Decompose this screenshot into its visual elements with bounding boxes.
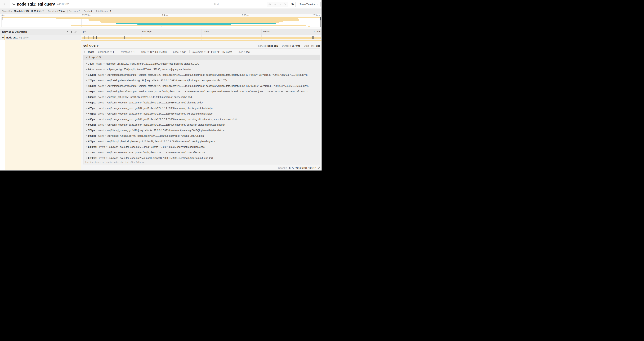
tag-equals: =	[244, 51, 245, 53]
log-row[interactable]: 502μs:event=‹sql/conn_executor_exec.go:6…	[84, 122, 320, 128]
minimap-tick-label: 2.79ms	[312, 14, 320, 17]
log-row[interactable]: 495μs:event=‹sql/conn_executor_exec.go:6…	[84, 116, 320, 122]
tag-equals: =	[131, 51, 132, 53]
span-log-marker[interactable]	[124, 36, 124, 39]
log-key: event	[99, 146, 105, 148]
stat-label: Total Spans	[96, 10, 108, 13]
keyboard-shortcuts-button[interactable]: ⌘	[290, 2, 296, 7]
span-log-marker[interactable]	[84, 36, 84, 39]
span-duration-bar[interactable]	[82, 37, 321, 39]
log-row[interactable]: 80μs:event=‹sql/plan_opt.go:358 [nsql1,c…	[84, 67, 320, 72]
log-row[interactable]: 678μs:event=‹sql/distsql_physical_planne…	[84, 139, 320, 144]
log-value: ‹sql/catalog/lease/descriptor_version_st…	[107, 85, 309, 87]
log-chevron-right-icon	[86, 102, 87, 104]
detail-highlight-area	[5, 40, 81, 170]
viewport-scrubber-left[interactable]	[2, 17, 2, 27]
logs-list: 34μs:event=‹sql/exec_util.go:2297 [nsql1…	[84, 60, 320, 161]
expand-all-icon[interactable]	[74, 31, 77, 33]
find-buttons-group	[267, 2, 288, 7]
log-key: event	[96, 68, 102, 71]
log-row[interactable]: 574μs:event=‹sql/distsql_running.go:1420…	[84, 128, 320, 133]
span-bar-cell[interactable]	[81, 35, 322, 40]
expand-one-icon[interactable]	[67, 31, 68, 33]
span-log-marker[interactable]	[140, 36, 140, 39]
log-row[interactable]: 189μs:event=‹sql/catalog/lease/descripto…	[84, 83, 320, 89]
log-key: event	[96, 62, 102, 65]
span-name-cell[interactable]: node sql1 sql query	[0, 35, 81, 40]
log-row[interactable]: 459μs:event=‹sql/conn_executor_exec.go:6…	[84, 100, 320, 105]
log-chevron-right-icon	[86, 107, 87, 109]
span-row[interactable]: node sql1 sql query	[0, 35, 322, 40]
meta-label: Start Time:	[304, 45, 315, 47]
find-next-button[interactable]	[278, 2, 283, 7]
log-row[interactable]: 201μs:event=‹sql/catalog/lease/descripto…	[84, 89, 320, 94]
log-timestamp: 2.69ms:	[88, 146, 97, 148]
deep-link-icon[interactable]	[317, 166, 320, 169]
window-edge	[322, 0, 322, 171]
trace-id: 7418682	[56, 3, 69, 6]
find-input[interactable]	[212, 2, 267, 7]
log-row[interactable]: 476μs:event=‹sql/conn_executor_exec.go:6…	[84, 105, 320, 111]
span-log-marker[interactable]	[122, 36, 122, 39]
span-operation-name: sql query	[20, 36, 28, 39]
minimap-canvas[interactable]	[2, 17, 321, 27]
log-timestamp: 486μs:	[88, 112, 96, 115]
log-row[interactable]: 597μs:event=‹sql/distsql_running.go:498 …	[84, 133, 320, 139]
log-value: ‹sql/plan_opt.go:358 [nsql1,client=127.0…	[106, 68, 192, 71]
log-timestamp: 34μs:	[88, 62, 94, 65]
header-gridline	[201, 29, 202, 35]
collapse-one-icon[interactable]	[62, 31, 64, 33]
log-row[interactable]: 176μs:event=‹sql/catalog/descs/descripto…	[84, 78, 320, 83]
span-collapse-chevron-icon[interactable]	[2, 37, 4, 38]
log-row[interactable]: 486μs:event=‹sql/conn_executor_exec.go:6…	[84, 111, 320, 116]
column-resizer-grip[interactable]	[79, 33, 80, 35]
meta-value: node sql1	[268, 45, 278, 47]
find-clear-button[interactable]	[283, 2, 288, 7]
log-equals: =	[105, 107, 106, 110]
span-log-marker[interactable]	[113, 36, 113, 39]
stat-separator	[46, 10, 46, 13]
minimap-gap	[0, 27, 322, 29]
span-log-marker[interactable]	[121, 36, 121, 39]
log-row[interactable]: 2.69ms:event=‹sql/conn_executor_exec.go:…	[84, 144, 320, 150]
span-log-marker[interactable]	[88, 36, 88, 39]
logs-header[interactable]: Logs (18)	[84, 55, 320, 60]
column-divider[interactable]	[81, 29, 81, 170]
tag-item: _unfinished=1	[94, 51, 114, 53]
minimap-span-bar	[101, 22, 279, 23]
find-match-highlight-button[interactable]	[267, 2, 272, 7]
tag-value: sql1	[182, 51, 186, 53]
collapse-all-icon[interactable]	[70, 31, 72, 33]
log-value: ‹sql/conn_executor_exec.go:684 [nsql1,cl…	[107, 112, 213, 115]
span-log-marker[interactable]	[94, 36, 94, 39]
trace-view-select[interactable]: Trace Timeline	[298, 2, 320, 7]
log-equals: =	[105, 118, 106, 121]
span-log-marker[interactable]	[312, 36, 313, 39]
span-log-marker[interactable]	[124, 36, 125, 39]
span-log-marker[interactable]	[132, 36, 133, 39]
log-row[interactable]: 2.79ms:event=‹sql/conn_executor_exec.go:…	[84, 155, 320, 161]
viewport-scrubber-right[interactable]	[320, 17, 321, 27]
tags-chevron-right-icon	[84, 51, 85, 53]
span-log-marker[interactable]	[131, 36, 131, 39]
log-row[interactable]: 142μs:event=‹sql/catalog/lease/descripto…	[84, 72, 320, 78]
log-key: event	[98, 123, 104, 126]
log-timestamp: 678μs:	[88, 140, 96, 143]
log-row[interactable]: 34μs:event=‹sql/exec_util.go:2297 [nsql1…	[84, 61, 320, 67]
collapse-header-chevron-icon[interactable]	[12, 3, 16, 5]
log-row[interactable]: 2.7ms:event=‹sql/conn_executor_exec.go:6…	[84, 150, 320, 155]
edge-artifact	[0, 59, 0, 62]
find-prev-button[interactable]	[272, 2, 278, 7]
stat-value: March 31 2022, 17:25:09	[14, 10, 40, 13]
log-value: ‹sql/exec_util.go:2297 [nsql1,client=127…	[106, 62, 202, 65]
span-log-marker[interactable]	[123, 36, 123, 39]
log-key: event	[99, 157, 105, 159]
back-button[interactable]	[0, 0, 10, 9]
stat-value: 6	[90, 10, 92, 13]
tags-row[interactable]: Tags: _unfinished=1_verbose=1client=127.…	[83, 50, 320, 54]
detail-divider	[83, 48, 320, 49]
span-log-marker[interactable]	[313, 36, 314, 39]
trace-minimap[interactable]	[2, 17, 321, 27]
log-row[interactable]: 366μs:event=‹sql/plan_opt.go:358 [nsql1,…	[84, 94, 320, 100]
log-chevron-right-icon	[86, 124, 87, 126]
